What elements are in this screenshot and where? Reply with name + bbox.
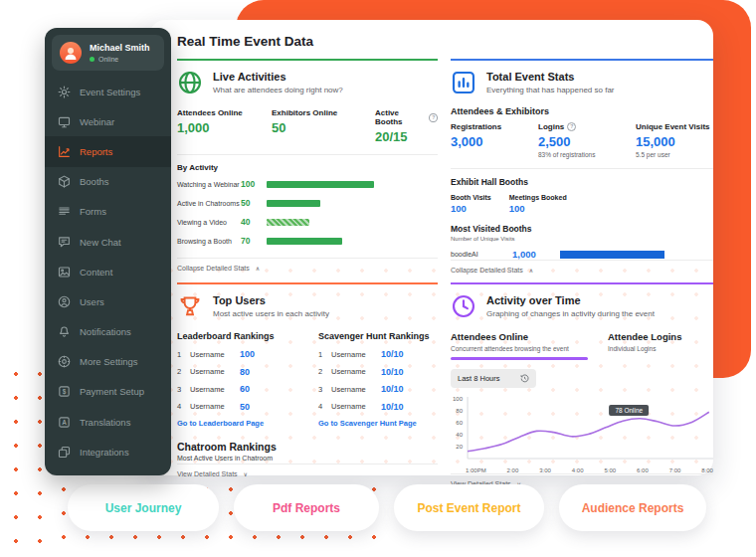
ranking-row: 3Username60 xyxy=(177,384,318,394)
sidebar-item-new-chat[interactable]: New Chat xyxy=(45,227,171,257)
user-profile[interactable]: Michael Smith Online xyxy=(52,35,164,71)
go-to-scavenger-link[interactable]: Go to Scavenger Hunt Page xyxy=(318,419,438,428)
gear-circle-icon xyxy=(58,355,71,368)
sidebar-menu: Event Settings Webinar Reports Booths Fo… xyxy=(45,77,171,466)
info-icon[interactable]: ? xyxy=(429,113,438,122)
stat-unique-visits: Unique Event Visits 15,000 5.5 per user xyxy=(636,122,713,158)
section-most-visited: Most Visited Booths xyxy=(451,224,713,234)
activity-row: Active in Chatrooms50 xyxy=(177,198,438,208)
sidebar-item-forms[interactable]: Forms xyxy=(45,197,171,227)
svg-text:$: $ xyxy=(63,388,67,396)
stat-meetings-booked: Meetings Booked 100 xyxy=(509,194,567,214)
sidebar-item-webinar[interactable]: Webinar xyxy=(45,106,171,136)
pdf-reports-button[interactable]: Pdf Reports xyxy=(234,484,379,531)
panel-subtitle: Most active users in each activity xyxy=(213,309,329,318)
sidebar-item-booths[interactable]: Booths xyxy=(45,167,171,197)
audience-reports-button[interactable]: Audience Reports xyxy=(559,484,706,531)
sidebar-item-reports[interactable]: Reports xyxy=(45,136,171,166)
user-name: Michael Smith xyxy=(90,43,150,53)
integrations-icon xyxy=(58,446,71,459)
panel-title: Total Event Stats xyxy=(486,71,615,83)
panel-title: Live Activities xyxy=(213,71,343,83)
chart-tooltip: 78 Online xyxy=(609,405,649,416)
ranking-row: 1Username10/10 xyxy=(318,349,438,359)
footer-buttons: User Journey Pdf Reports Post Event Repo… xyxy=(68,484,706,531)
time-range-dropdown[interactable]: Last 8 Hours xyxy=(451,369,536,388)
stat-attendees-online: Attendees Online 1,000 xyxy=(177,108,272,144)
panel-subtitle: Graphing of changes in activity during t… xyxy=(486,309,655,318)
activity-bar xyxy=(267,181,374,188)
view-detailed-stats[interactable]: View Detailed Stats∨ xyxy=(177,464,438,477)
user-journey-button[interactable]: User Journey xyxy=(68,484,219,531)
collapse-detailed-stats[interactable]: Collapse Detailed Stats∧ xyxy=(451,260,713,274)
by-activity-label: By Activity xyxy=(177,163,438,172)
line-chart xyxy=(466,395,713,464)
activity-row: Viewing a Video40 xyxy=(177,217,438,227)
post-event-report-button[interactable]: Post Event Report xyxy=(394,484,544,531)
collapse-detailed-stats[interactable]: Collapse Detailed Stats∧ xyxy=(177,258,438,272)
sidebar-item-content[interactable]: Content xyxy=(45,257,171,286)
sidebar-item-label: Forms xyxy=(80,206,106,217)
sidebar-item-users[interactable]: Users xyxy=(45,286,171,316)
bar-chart-icon xyxy=(451,70,476,95)
sidebar: Michael Smith Online Event Settings Webi… xyxy=(45,28,171,475)
sidebar-item-label: More Settings xyxy=(80,356,138,367)
trophy-icon xyxy=(177,293,203,319)
history-icon xyxy=(520,374,529,383)
panel-subtitle: Everything that has happened so far xyxy=(486,86,615,94)
user-circle-icon xyxy=(58,295,71,308)
dollar-square-icon: $ xyxy=(58,385,71,398)
clock-icon xyxy=(451,293,476,319)
panel-subtitle: What are attendees doing right now? xyxy=(213,86,343,94)
sidebar-item-label: Reports xyxy=(80,146,112,157)
sidebar-item-event-settings[interactable]: Event Settings xyxy=(45,77,171,106)
stat-logins: Logins? 2,500 83% of registrations xyxy=(538,122,636,158)
sidebar-item-label: Users xyxy=(80,296,104,307)
divider xyxy=(451,168,713,169)
chart-y-labels: 10080604020 xyxy=(451,395,466,464)
activity-bar xyxy=(267,200,320,207)
panels-grid: Live Activities What are attendees doing… xyxy=(177,59,713,477)
tab-attendee-logins[interactable]: Attendee Logins Individual Logins xyxy=(600,331,713,360)
sidebar-item-integrations[interactable]: Integrations xyxy=(45,437,171,466)
sidebar-item-label: Integrations xyxy=(80,447,129,458)
caret-up-icon: ∧ xyxy=(256,265,260,272)
total-event-stats-panel: Total Event Stats Everything that has ha… xyxy=(451,59,713,272)
info-icon[interactable]: ? xyxy=(567,122,576,131)
live-activities-panel: Live Activities What are attendees doing… xyxy=(177,59,438,272)
activity-bar xyxy=(267,219,309,226)
stat-registrations: Registrations 3,000 xyxy=(451,122,538,158)
activity-chart: 10080604020 78 Online xyxy=(451,395,713,464)
tab-attendees-online[interactable]: Attendees Online Concurrent attendees br… xyxy=(451,331,600,360)
go-to-leaderboard-link[interactable]: Go to Leaderboard Page xyxy=(177,419,318,428)
gear-icon xyxy=(58,86,71,98)
monitor-icon xyxy=(58,115,71,128)
ranking-row: 1Username100 xyxy=(177,349,318,359)
sidebar-item-translations[interactable]: A Translations xyxy=(45,407,171,437)
ranking-row: 4Username50 xyxy=(177,402,318,412)
sidebar-item-label: Webinar xyxy=(80,116,114,127)
sidebar-item-label: Event Settings xyxy=(80,87,140,97)
sidebar-item-more-settings[interactable]: More Settings xyxy=(45,347,171,377)
chatroom-rankings-title: Chatroom Rankings xyxy=(177,441,438,453)
chat-bubble-icon xyxy=(58,236,71,249)
sidebar-item-label: New Chat xyxy=(80,237,121,248)
chatroom-rankings-subtitle: Most Active Users in Chatroom xyxy=(177,455,438,462)
ranking-row: 2Username80 xyxy=(177,367,318,377)
booth-bar xyxy=(560,251,664,259)
ranking-row: 4Username10/10 xyxy=(318,402,438,412)
most-visited-row: boodleAI 1,000 xyxy=(451,249,713,260)
active-tab-underline xyxy=(451,357,588,360)
activity-bar xyxy=(267,238,342,245)
sidebar-item-label: Payment Setup xyxy=(80,386,144,397)
sidebar-item-payment-setup[interactable]: $ Payment Setup xyxy=(45,377,171,407)
caret-down-icon: ∨ xyxy=(244,470,248,477)
sidebar-item-label: Booths xyxy=(80,176,109,187)
image-icon xyxy=(58,266,71,278)
activity-row: Watching a Webinar100 xyxy=(177,179,438,189)
sidebar-item-notifications[interactable]: Notifications xyxy=(45,317,171,347)
leaderboard-rankings: Leaderboard Rankings 1Username100 2Usern… xyxy=(177,331,318,428)
online-status-dot xyxy=(90,57,94,62)
stat-exhibitors-online: Exhibitors Online 50 xyxy=(272,108,375,144)
chart-line-icon xyxy=(58,145,71,158)
